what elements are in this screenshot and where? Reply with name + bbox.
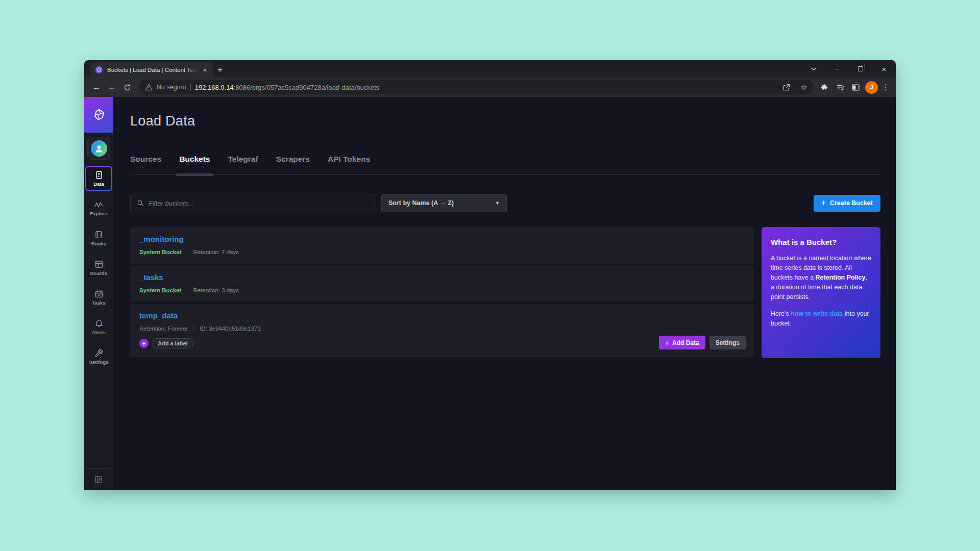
sidebar-item-label: Tasks: [92, 300, 106, 306]
label-row: + Add a label: [139, 338, 745, 348]
sidebar-item-data[interactable]: Data: [85, 166, 112, 191]
sidebar-item-label: Boards: [90, 270, 107, 276]
tab-close-icon[interactable]: ×: [201, 66, 208, 74]
bucket-settings-button[interactable]: Settings: [709, 336, 746, 349]
tab-scrapers[interactable]: Scrapers: [276, 155, 310, 164]
bucket-meta: System Bucket Retention: 7 days: [139, 248, 745, 255]
bucket-id-text: ID: 3e3440a51d3c1371: [200, 325, 261, 332]
browser-toolbar: ← → No seguro 192.168.0.14:8086/orgs/057…: [84, 78, 896, 97]
filter-buckets-field: [130, 194, 376, 212]
user-avatar-icon: [91, 140, 107, 157]
bucket-name-link[interactable]: _monitoring: [139, 235, 184, 243]
sidebar-item-label: Explore: [90, 211, 108, 216]
restore-button[interactable]: [849, 60, 872, 78]
bucket-row-tasks: _tasks System Bucket Retention: 3 days: [130, 265, 754, 302]
create-bucket-button[interactable]: + Create Bucket: [814, 195, 880, 212]
what-is-a-bucket-panel: What is a Bucket? A bucket is a named lo…: [762, 227, 880, 358]
profile-avatar[interactable]: J: [865, 81, 878, 94]
window-controls: – ×: [802, 60, 896, 78]
sidebar-item-label: Books: [91, 241, 107, 246]
sidebar-item-alerts[interactable]: Alerts: [84, 314, 113, 339]
star-icon[interactable]: ☆: [797, 81, 811, 94]
load-data-tabs: Sources Buckets Telegraf Scrapers API To…: [130, 155, 880, 175]
retention-text: Retention: 3 days: [193, 287, 239, 293]
tab-title: Buckets | Load Data | Content Team: [107, 67, 197, 73]
retention-policy-bold: Retention Policy: [816, 274, 866, 281]
restore-icon: [858, 66, 863, 71]
url-bar[interactable]: No seguro 192.168.0.14:8086/orgs/057ac5c…: [138, 80, 814, 94]
influxdb-logo[interactable]: [84, 97, 113, 133]
extensions-puzzle-icon[interactable]: [818, 80, 832, 94]
retention-text: Retention: 7 days: [193, 249, 239, 255]
tab-buckets[interactable]: Buckets: [179, 155, 210, 164]
warning-icon: [145, 84, 153, 91]
forward-button[interactable]: →: [105, 80, 119, 94]
app-main: Load Data Sources Buckets Telegraf Scrap…: [113, 97, 896, 490]
search-icon: [137, 199, 144, 207]
reload-button[interactable]: [120, 80, 134, 94]
alerts-icon: [94, 319, 104, 328]
sidebar-item-boards[interactable]: Boards: [84, 255, 113, 280]
share-icon[interactable]: [780, 81, 793, 94]
tab-telegraf[interactable]: Telegraf: [228, 155, 258, 164]
tab-sources[interactable]: Sources: [130, 155, 161, 164]
sidebar-item-explore[interactable]: Explore: [84, 196, 113, 221]
close-button[interactable]: ×: [872, 60, 896, 78]
retention-text: Retention: Forever: [139, 325, 188, 332]
add-label-plus-icon[interactable]: +: [139, 339, 149, 348]
url-host: 192.168.0.14: [195, 84, 234, 91]
kebab-menu-icon[interactable]: ⋮: [880, 83, 891, 92]
user-avatar[interactable]: [87, 137, 110, 160]
url-text: 192.168.0.14:8086/orgs/057ac5cad904728a/…: [195, 84, 776, 91]
sort-dropdown-label: Sort by Name (A → Z): [388, 199, 454, 207]
playlist-extension-icon[interactable]: [833, 80, 847, 94]
info-panel-paragraph-1: A bucket is a named location where time …: [771, 254, 871, 302]
explore-icon: [94, 201, 104, 209]
meta-divider: [187, 248, 187, 255]
bucket-meta: Retention: Forever ID: 3e3440a51d3c1371: [139, 325, 745, 332]
bucket-name-link[interactable]: temp_data: [139, 311, 178, 320]
browser-window: Buckets | Load Data | Content Team × + –…: [84, 60, 896, 490]
plus-icon: +: [665, 339, 669, 347]
how-to-write-data-link[interactable]: how to write data: [791, 310, 843, 317]
influxdb-favicon-icon: [95, 66, 103, 74]
browser-tab[interactable]: Buckets | Load Data | Content Team ×: [90, 62, 213, 78]
filter-buckets-input[interactable]: [149, 199, 370, 207]
create-bucket-label: Create Bucket: [830, 199, 873, 207]
url-path: :8086/orgs/057ac5cad904728a/load-data/bu…: [234, 84, 380, 91]
sidebar-item-label: Settings: [89, 359, 108, 365]
info-panel-title: What is a Bucket?: [771, 238, 871, 246]
data-icon: [94, 170, 104, 180]
sort-dropdown[interactable]: Sort by Name (A → Z) ▼: [381, 194, 507, 212]
bucket-row-temp-data: temp_data Retention: Forever ID: 3e3440a…: [130, 304, 754, 357]
buckets-content: _monitoring System Bucket Retention: 7 d…: [130, 227, 880, 358]
system-bucket-badge: System Bucket: [139, 287, 181, 293]
sidebar-item-label: Data: [93, 181, 104, 187]
sidebar-footer: [84, 468, 113, 490]
add-label-button[interactable]: Add a label: [152, 338, 194, 348]
system-bucket-badge: System Bucket: [139, 249, 181, 255]
influxdb-app: Data Explore Books: [84, 97, 896, 490]
add-data-button[interactable]: + Add Data: [659, 336, 705, 349]
browser-tab-bar: Buckets | Load Data | Content Team × + –…: [84, 60, 896, 78]
app-sidebar: Data Explore Books: [84, 97, 113, 490]
add-data-label: Add Data: [672, 339, 699, 346]
sidebar-expand-icon[interactable]: [94, 475, 103, 484]
back-button[interactable]: ←: [89, 80, 104, 94]
window-menu-chevron-icon[interactable]: [802, 60, 825, 78]
side-panel-icon[interactable]: [848, 80, 863, 94]
active-tab-indicator: [176, 173, 213, 176]
tab-api-tokens[interactable]: API Tokens: [328, 155, 370, 164]
sidebar-item-tasks[interactable]: Tasks: [84, 285, 113, 310]
settings-icon: [94, 348, 104, 358]
minimize-button[interactable]: –: [825, 60, 849, 78]
meta-divider: [187, 287, 187, 293]
boards-icon: [94, 260, 104, 269]
url-divider: [190, 84, 191, 91]
bucket-row-monitoring: _monitoring System Bucket Retention: 7 d…: [130, 227, 754, 264]
caret-down-icon: ▼: [495, 201, 500, 206]
new-tab-button[interactable]: +: [217, 65, 223, 74]
sidebar-item-books[interactable]: Books: [84, 226, 113, 251]
sidebar-item-settings[interactable]: Settings: [84, 344, 113, 369]
bucket-name-link[interactable]: _tasks: [139, 273, 163, 282]
